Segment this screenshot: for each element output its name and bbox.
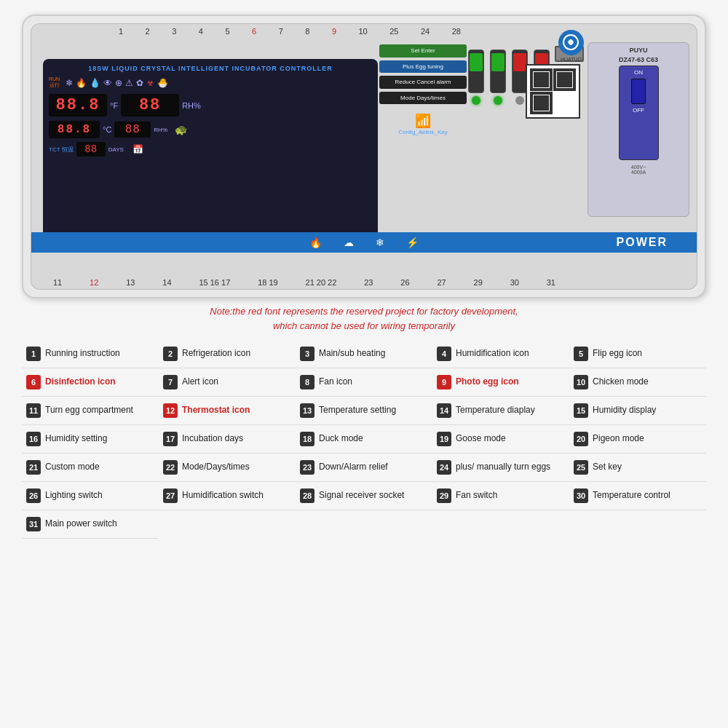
- legend-item-24: 24plus/ manually turn eggs: [432, 454, 569, 482]
- legend-item-3: 3Main/sub heating: [296, 340, 432, 368]
- switch-2[interactable]: [490, 50, 506, 105]
- legend-label-20: Pigeon mode: [593, 433, 644, 445]
- mode-days-button[interactable]: Mode Days/times: [379, 92, 467, 105]
- sub-temp-digits: 88.8: [49, 121, 100, 138]
- legend-label-12: Thermostat icon: [182, 405, 250, 416]
- legend-num-18: 18: [300, 432, 314, 446]
- buttons-area: Set Enter Plus Egg tuning Reduce Cancel …: [379, 44, 467, 234]
- legend-item-26: 26Lighting switch: [22, 482, 159, 510]
- legend-item-8: 8Fan icon: [296, 368, 432, 397]
- legend-label-30: Temperature control: [593, 490, 670, 502]
- legend-item-27: 27Humidification switch: [159, 482, 296, 510]
- alert-icon: ⚠: [125, 78, 133, 88]
- legend-item-19: 19Goose mode: [432, 425, 569, 454]
- legend-num-24: 24: [437, 460, 451, 475]
- legend-label-18: Duck mode: [319, 433, 363, 445]
- bottom-number-labels: 11 12 13 14 15 16 17 18 19 21 20 22 23 2…: [53, 278, 555, 287]
- tct-label: TCT 恒温: [49, 146, 74, 154]
- legend-item-15: 15Humidity display: [569, 397, 706, 425]
- legend-num-25: 25: [574, 460, 588, 475]
- legend-item-7: 7Alert icon: [159, 368, 296, 397]
- legend-num-30: 30: [574, 488, 588, 503]
- legend-label-22: Mode/Days/times: [182, 462, 250, 473]
- legend-item-10: 10Chicken mode: [569, 368, 706, 397]
- temp-unit-f: °F: [110, 101, 118, 110]
- legend-label-3: Main/sub heating: [319, 348, 385, 360]
- legend-label-29: Fan switch: [456, 490, 497, 502]
- legend-num-27: 27: [163, 488, 178, 503]
- legend-grid: 1Running instruction2Refrigeration icon3…: [22, 340, 706, 539]
- breaker-body: ON OFF: [619, 66, 659, 160]
- legend-num-1: 1: [26, 347, 41, 361]
- plus-circle-icon: ⊕: [115, 78, 122, 88]
- legend-label-7: Alert icon: [182, 376, 218, 388]
- legend-num-8: 8: [300, 375, 314, 389]
- legend-label-17: Incubation days: [182, 433, 243, 445]
- legend-num-10: 10: [574, 375, 588, 389]
- brand-logo: [558, 30, 584, 55]
- legend-num-7: 7: [163, 375, 178, 389]
- note-text: Note:the red font represents the reserve…: [210, 304, 518, 319]
- legend-num-5: 5: [574, 347, 588, 361]
- legend-item-16: 16Humidity setting: [22, 425, 159, 454]
- legend-item-28: 28Signal receiver socket: [296, 482, 432, 510]
- qr-code: [526, 64, 580, 119]
- legend-num-12: 12: [163, 403, 178, 418]
- temp-unit-c: °C: [103, 125, 111, 134]
- breaker-handle[interactable]: [631, 79, 646, 104]
- legend-item-12: 12Thermostat icon: [159, 397, 296, 425]
- lcd-title: 18SW LIQUID CRYSTAL INTELLIGENT INCUBATO…: [49, 65, 372, 72]
- legend-item-23: 23Down/Alarm relief: [296, 454, 432, 482]
- switch-1[interactable]: [468, 50, 484, 105]
- legend-item-1: 1Running instruction: [22, 340, 159, 368]
- legend-num-22: 22: [163, 460, 178, 475]
- legend-num-23: 23: [300, 460, 314, 475]
- legend-label-16: Humidity setting: [45, 433, 107, 445]
- legend-label-27: Humidification switch: [182, 490, 264, 502]
- chick-icon: 🐣: [157, 78, 168, 88]
- legend-label-9: Photo egg icon: [456, 376, 519, 388]
- turtle-icon: 🐢: [175, 124, 187, 135]
- legend-item-6: 6Disinfection icon: [22, 368, 159, 397]
- legend-num-19: 19: [437, 432, 451, 446]
- legend-label-25: Set key: [593, 462, 622, 473]
- sub-temp-display: 88.8 °C 88 RH% 🐢: [49, 121, 372, 138]
- legend-num-28: 28: [300, 488, 314, 503]
- flame-icon: 🔥: [309, 237, 322, 248]
- set-enter-button[interactable]: Set Enter: [379, 44, 467, 58]
- legend-item-18: 18Duck mode: [296, 425, 432, 454]
- circuit-breaker: PUYU DZ47-63 C63 ON OFF 400V~ 4000A: [587, 42, 689, 217]
- legend-label-1: Running instruction: [45, 348, 120, 360]
- legend-num-26: 26: [26, 488, 41, 503]
- legend-label-24: plus/ manually turn eggs: [456, 462, 550, 473]
- legend-label-4: Humidification icon: [456, 348, 529, 360]
- breaker-model: DZ47-63 C63: [619, 56, 658, 63]
- legend-item-9: 9Photo egg icon: [432, 368, 569, 397]
- legend-num-20: 20: [574, 432, 588, 446]
- note-section: Note:the red font represents the reserve…: [210, 304, 518, 333]
- legend-label-11: Turn egg compartment: [45, 405, 133, 416]
- plus-egg-button[interactable]: Plus Egg tuning: [379, 60, 467, 74]
- lcd-panel: 18SW LIQUID CRYSTAL INTELLIGENT INCUBATO…: [43, 59, 378, 248]
- sub-humidity-digits: 88: [114, 122, 151, 138]
- device-panel: 1 2 3 4 5 6 7 8 9 10 25 24 28 18SW LIQUI…: [22, 15, 706, 298]
- humidity-digits: 88: [121, 94, 179, 116]
- legend-num-9: 9: [437, 375, 451, 389]
- fan-icon: ✿: [136, 78, 143, 88]
- snowflake-icon: ❄: [66, 78, 73, 88]
- reduce-cancel-button[interactable]: Reduce Cancel alarm: [379, 76, 467, 89]
- legend-label-6: Disinfection icon: [45, 376, 116, 388]
- legend-label-23: Down/Alarm relief: [319, 462, 388, 473]
- legend-num-15: 15: [574, 403, 588, 418]
- legend-item-22: 22Mode/Days/times: [159, 454, 296, 482]
- legend-label-13: Temperature setting: [319, 405, 396, 416]
- legend-label-14: Temperature diaplay: [456, 405, 535, 416]
- legend-item-20: 20Pigeon mode: [569, 425, 706, 454]
- legend-label-8: Fan icon: [319, 376, 352, 388]
- disinfect-icon: ☣: [146, 78, 154, 88]
- breaker-brand: PUYU: [629, 47, 647, 54]
- page-container: 1 2 3 4 5 6 7 8 9 10 25 24 28 18SW LIQUI…: [0, 0, 728, 728]
- lcd-bottom-row: TCT 恒温 88 DAYS 📅: [49, 142, 372, 157]
- legend-num-4: 4: [437, 347, 451, 361]
- legend-label-10: Chicken mode: [593, 376, 649, 388]
